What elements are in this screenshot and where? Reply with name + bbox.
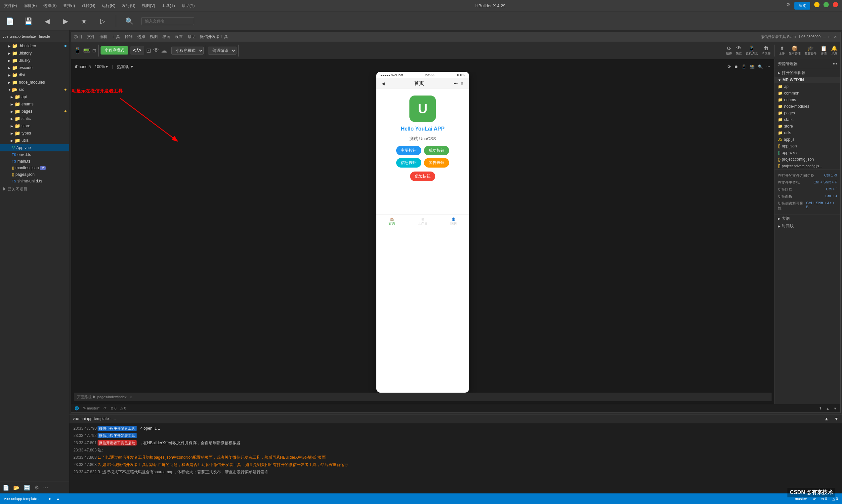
upload-btn[interactable]: ⬆ 上传 [779,45,785,56]
danger-btn[interactable]: 危险按钮 [410,172,435,181]
rp-app-wxss[interactable]: {} app.wxss [774,149,840,156]
more-icon[interactable]: ⋯ [43,485,48,491]
compile-btn[interactable]: ⟳ 编译 [726,45,732,56]
rp-app-js[interactable]: JS app.js [774,136,840,143]
open-folder-icon[interactable]: 📂 [13,485,20,491]
inner-minimize-btn[interactable]: ─ [823,35,826,39]
clear-cache-btn[interactable]: 🗑 清缓存 [761,45,771,55]
rp-project-private[interactable]: {} project.private.config.js... [774,163,840,169]
menu-tools[interactable]: 工具(T) [162,3,175,8]
console-expand-btn[interactable]: ▼ [834,416,839,421]
sidebar-item-utils[interactable]: ▶ 📁 utils [0,137,69,144]
inner-menu-help[interactable]: 帮助 [188,34,195,40]
sidebar-item-env-d-ts[interactable]: TS env.d.ts [0,151,69,158]
sidebar-item-store[interactable]: ▶ 📁 store [0,122,69,129]
inner-menu-tools[interactable]: 工具 [112,34,120,40]
menu-find[interactable]: 查找(I) [63,3,75,8]
preview-btn-inner[interactable]: 👁 预览 [736,45,742,55]
inner-menu-goto[interactable]: 转到 [125,34,133,40]
menu-edit[interactable]: 编辑(E) [23,3,37,8]
menu-file[interactable]: 文件(F) [4,3,17,8]
inner-menu-settings[interactable]: 设置 [175,34,183,40]
phone-icon[interactable]: 📱 [74,47,81,54]
inner-maximize-btn[interactable]: □ [829,35,831,39]
tab-home[interactable]: 🏠 首页 [376,215,407,228]
sidebar-item-pages-json[interactable]: {} pages.json [0,171,69,178]
tablet-icon[interactable]: 📟 [83,47,90,54]
layout-icon[interactable]: ⊡ [92,48,96,53]
rp-node-modules[interactable]: 📁 node-modules [774,103,840,110]
rp-static[interactable]: 📁 static [774,116,840,123]
sidebar-item-history[interactable]: ▶ 📁 .history [0,50,69,57]
inner-menu-view[interactable]: 视图 [150,34,158,40]
new-button[interactable]: 📄 [3,17,17,25]
sidebar-item-hbuilderx[interactable]: ▶ 📁 .hbuilderx [0,42,69,50]
collapse-icon[interactable]: ⚙ [34,485,39,491]
menu-select[interactable]: 选择(S) [43,3,56,8]
reload-icon[interactable]: ⟳ [727,65,731,69]
real-device-debug-btn[interactable]: 📱 真机调试 [746,45,758,56]
hotload-btn[interactable]: 热重载 ▼ [117,64,134,70]
menu-help[interactable]: 帮助(Y) [181,3,195,8]
console-scroll-btn[interactable]: ▲ [824,416,829,421]
tab-workspace[interactable]: ⊞ 工作台 [407,215,438,228]
favorite-button[interactable]: ★ [77,17,91,25]
screenshot-icon[interactable]: 📸 [750,65,755,69]
file-search-input[interactable] [141,17,194,25]
edu-btn[interactable]: 🎓 教育套件 [805,45,817,56]
open-editors-section[interactable]: ▶ 打开的编辑器 [774,69,840,77]
inner-close-btn[interactable]: ✕ [834,35,837,39]
save-button[interactable]: 💾 [22,17,35,25]
sync-icon[interactable]: 🔄 [24,485,31,491]
inner-menu-select[interactable]: 选择 [137,34,145,40]
filter-icon[interactable]: ⚙ [786,2,790,10]
tab-profile[interactable]: 👤 我的 [438,215,469,228]
sidebar-item-enums[interactable]: ▶ 📁 enums [0,101,69,108]
sidebar-item-static[interactable]: ▶ 📁 static [0,115,69,122]
sidebar-item-manifest-json[interactable]: {} manifest.json M [0,165,69,171]
closed-projects-section[interactable]: ▶ 已关闭项目 [0,184,69,194]
more-options-icon[interactable]: ⋯ [766,65,770,69]
sidebar-item-shime-uni-d-ts[interactable]: TS shime-uni.d.ts [0,178,69,184]
outline-item[interactable]: ▶ 大纲 [774,215,840,222]
version-mgmt-btn[interactable]: 📦 版本管理 [789,45,801,56]
rp-utils[interactable]: 📁 utils [774,129,840,136]
timeline-item[interactable]: ▶ 时间线 [774,222,840,230]
compile-dropdown[interactable]: 普通编译 [208,47,236,55]
sidebar-item-husky[interactable]: ▶ 📁 .husky [0,57,69,64]
forward-button[interactable]: ▶ [59,17,72,25]
miniapp-mode-btn[interactable]: 小程序模式 [101,46,128,55]
search-button[interactable]: 🔍 [123,17,136,25]
inner-menu-project[interactable]: 项目 [74,34,82,40]
menu-view[interactable]: 视图(V) [142,3,155,8]
info-btn[interactable]: 信息按钮 [396,158,421,167]
inner-menu-edit[interactable]: 编辑 [100,34,107,40]
warning-btn[interactable]: 警告按钮 [424,158,449,167]
sidebar-item-pages[interactable]: ▶ 📁 pages [0,108,69,115]
preview-button[interactable]: 预览 [794,2,810,10]
minimize-btn[interactable] [814,2,820,7]
success-btn[interactable]: 成功按钮 [424,146,449,155]
mp-weixin-section[interactable]: ▼ MP-WEIXIN [774,77,840,83]
run-button[interactable]: ▷ [96,17,109,25]
inner-expand-icon[interactable]: ⬆ [819,406,822,411]
inner-scroll-up[interactable]: ▲ [826,407,829,411]
tablet-view-icon[interactable]: 📱 [741,65,747,69]
layout-icon2[interactable]: ⊡ [146,47,151,54]
sidebar-item-api[interactable]: ▶ 📁 api [0,93,69,101]
rp-project-config[interactable]: {} project.config.json [774,156,840,163]
inner-menu-interface[interactable]: 界面 [162,34,170,40]
sidebar-item-vscode[interactable]: ▶ 📁 .vscode [0,64,69,71]
sidebar-item-types[interactable]: ▶ 📁 types [0,129,69,137]
sidebar-item-node-modules[interactable]: ▶ 📁 node_modules [0,79,69,86]
rp-enums[interactable]: 📁 enums [774,96,840,103]
sidebar-item-app-vue[interactable]: V App.vue [0,144,69,151]
sidebar-item-src[interactable]: ▼ 📂 src [0,86,69,93]
mode-dropdown[interactable]: 小程序模式 [171,47,204,55]
sidebar-item-main-ts[interactable]: TS main.ts [0,158,69,165]
sidebar-item-dist[interactable]: ▶ 📁 dist [0,71,69,79]
inner-menu-file[interactable]: 文件 [87,34,95,40]
menu-goto[interactable]: 跳转(G) [82,3,95,8]
rp-pages[interactable]: 📁 pages [774,110,840,116]
eye-icon[interactable]: 👁 [153,47,159,54]
